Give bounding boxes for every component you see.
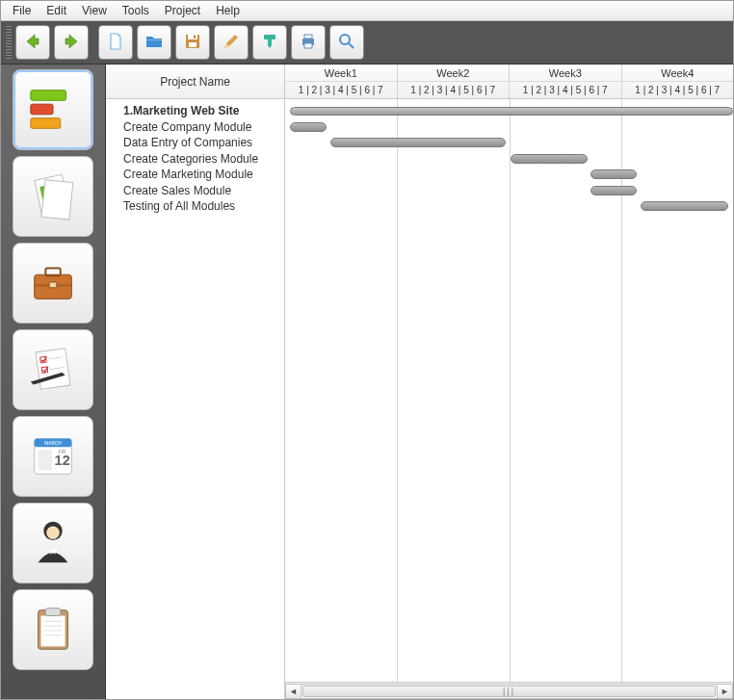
svg-rect-3 — [194, 35, 196, 39]
svg-text:FRI: FRI — [59, 450, 66, 454]
clipboard-view-button[interactable] — [13, 589, 93, 670]
task-row[interactable]: Create Marketing Module — [123, 167, 284, 183]
horizontal-scrollbar[interactable]: ◄ ||| ► — [285, 682, 733, 699]
task-row[interactable]: Create Categories Module — [123, 151, 284, 168]
search-icon — [337, 32, 356, 54]
svg-rect-10 — [31, 90, 66, 100]
project-row[interactable]: 1.Marketing Web Site — [123, 103, 284, 119]
new-button[interactable] — [98, 25, 133, 60]
save-button[interactable] — [175, 25, 210, 60]
timeline-rows[interactable] — [285, 99, 733, 682]
calendar-icon: MARCH12FRI — [25, 428, 81, 486]
arrow-left-icon — [23, 32, 42, 54]
main-area: MARCH12FRI Project Name 1.Marketing Web … — [1, 65, 733, 699]
gantt-bar[interactable] — [330, 138, 507, 147]
save-icon — [183, 32, 202, 54]
menu-file[interactable]: File — [5, 2, 39, 19]
svg-rect-38 — [45, 608, 60, 615]
svg-rect-17 — [41, 179, 73, 219]
back-button[interactable] — [15, 25, 50, 60]
svg-point-8 — [340, 35, 350, 44]
edit-button[interactable] — [214, 25, 249, 60]
task-row[interactable]: Data Entry of Companies — [123, 135, 284, 151]
toolbar — [1, 21, 733, 65]
week-header: Week1 — [285, 65, 397, 81]
pencil-icon — [222, 32, 241, 54]
open-button[interactable] — [137, 25, 171, 60]
svg-point-34 — [46, 526, 60, 539]
timeline: Week1Week2Week3Week4 1 | 2 | 3 | 4 | 5 |… — [285, 65, 733, 699]
menu-help[interactable]: Help — [208, 2, 248, 19]
folder-icon — [144, 32, 164, 54]
svg-rect-21 — [49, 282, 57, 288]
resources-view-button[interactable] — [13, 243, 93, 324]
toolbar-grip — [6, 26, 12, 59]
checklist-icon — [25, 341, 81, 400]
briefcase-icon — [25, 254, 81, 313]
scroll-thumb[interactable]: ||| — [302, 686, 716, 697]
day-labels: 1 | 2 | 3 | 4 | 5 | 6 | 7 — [285, 82, 397, 98]
scroll-right-button[interactable]: ► — [717, 684, 733, 699]
clipboard-icon — [25, 601, 81, 660]
sheets-icon — [25, 168, 81, 226]
zoom-button[interactable] — [329, 25, 364, 60]
day-labels: 1 | 2 | 3 | 4 | 5 | 6 | 7 — [621, 82, 734, 98]
people-view-button[interactable] — [13, 503, 93, 583]
calendar-view-button[interactable]: MARCH12FRI — [13, 416, 93, 497]
forward-button[interactable] — [54, 25, 89, 60]
svg-rect-1 — [188, 35, 197, 39]
gantt-bar[interactable] — [590, 169, 637, 179]
task-column-header: Project Name — [106, 65, 284, 99]
svg-rect-2 — [189, 42, 197, 47]
file-icon — [106, 32, 125, 54]
scroll-track[interactable]: ||| — [301, 684, 717, 699]
svg-rect-30 — [39, 450, 53, 470]
gantt-panel: Project Name 1.Marketing Web SiteCreate … — [106, 65, 733, 699]
gantt-bar[interactable] — [641, 201, 728, 211]
menu-edit[interactable]: Edit — [39, 2, 74, 19]
print-button[interactable] — [291, 25, 326, 60]
printer-icon — [299, 32, 318, 54]
marker-button[interactable] — [252, 25, 287, 60]
svg-rect-11 — [31, 104, 53, 115]
svg-rect-6 — [304, 35, 312, 39]
tasks-view-button[interactable] — [13, 329, 93, 410]
bars3-icon — [25, 81, 81, 140]
task-row[interactable]: Create Company Module — [123, 119, 284, 136]
week-header: Week4 — [621, 65, 734, 81]
svg-rect-35 — [51, 553, 55, 556]
week-header: Week2 — [397, 65, 510, 81]
sidebar: MARCH12FRI — [1, 65, 106, 699]
arrow-right-icon — [62, 32, 81, 54]
svg-rect-7 — [304, 43, 312, 48]
svg-rect-4 — [264, 35, 275, 39]
task-row[interactable]: Testing of All Modules — [123, 198, 284, 215]
menu-bar: FileEditViewToolsProjectHelp — [1, 1, 733, 21]
week-header: Week3 — [509, 65, 621, 81]
task-row[interactable]: Create Sales Module — [123, 183, 284, 199]
day-labels: 1 | 2 | 3 | 4 | 5 | 6 | 7 — [397, 82, 510, 98]
person-icon — [25, 514, 81, 573]
gantt-bar[interactable] — [590, 186, 637, 195]
marker-icon — [260, 32, 279, 54]
reports-view-button[interactable] — [13, 156, 93, 237]
menu-project[interactable]: Project — [157, 2, 208, 19]
day-labels: 1 | 2 | 3 | 4 | 5 | 6 | 7 — [509, 82, 621, 98]
svg-text:MARCH: MARCH — [44, 441, 62, 446]
gantt-bar[interactable] — [511, 154, 588, 164]
gantt-bar[interactable] — [290, 122, 327, 132]
task-list: 1.Marketing Web SiteCreate Company Modul… — [106, 99, 284, 699]
timeline-header: Week1Week2Week3Week4 1 | 2 | 3 | 4 | 5 |… — [285, 65, 733, 99]
menu-tools[interactable]: Tools — [115, 2, 157, 19]
svg-line-9 — [349, 43, 354, 48]
menu-view[interactable]: View — [74, 2, 115, 19]
gantt-view-button[interactable] — [13, 69, 93, 150]
scroll-left-button[interactable]: ◄ — [285, 684, 301, 699]
svg-rect-12 — [31, 117, 61, 128]
gantt-bar[interactable] — [290, 107, 733, 116]
task-name-column: Project Name 1.Marketing Web SiteCreate … — [106, 65, 285, 699]
